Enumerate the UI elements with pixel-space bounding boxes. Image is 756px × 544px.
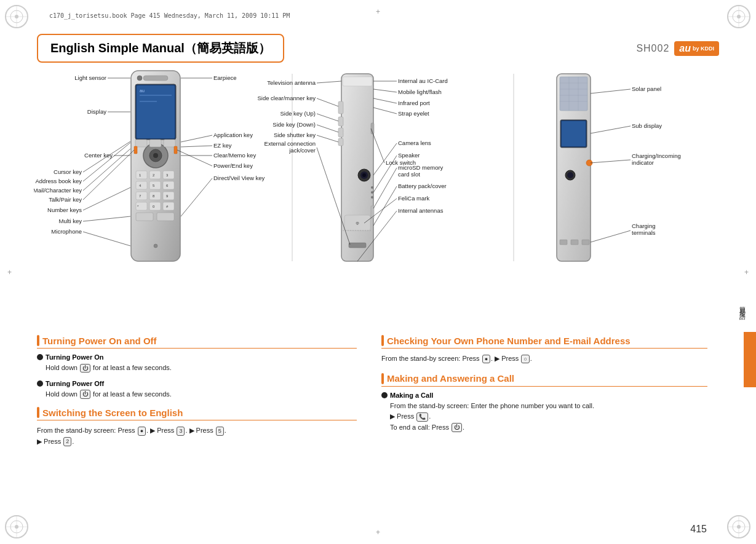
svg-text:Microphone: Microphone	[51, 228, 82, 235]
turning-power-off: Turning Power Off Hold down ⏻ for at lea…	[37, 380, 357, 400]
page-number: 415	[690, 524, 707, 535]
svg-rect-59	[157, 213, 174, 221]
bullet-dot-3	[381, 392, 388, 398]
svg-line-169	[591, 231, 631, 242]
left-crosshair: +	[7, 268, 12, 277]
corner-decoration-tr	[725, 3, 753, 31]
svg-text:Direct/Veil View key: Direct/Veil View key	[213, 175, 265, 181]
svg-text:terminals: terminals	[632, 229, 656, 236]
svg-line-122	[317, 135, 338, 142]
svg-text:Number keys: Number keys	[47, 207, 82, 213]
svg-line-91	[177, 150, 212, 166]
svg-text:Clear/Memo key: Clear/Memo key	[213, 152, 256, 159]
svg-rect-31	[135, 140, 147, 147]
svg-rect-33	[164, 140, 175, 147]
power-key-icon-off: ⏻	[80, 390, 90, 399]
svg-text:EZ key: EZ key	[213, 142, 232, 149]
svg-text:Earpiece: Earpiece	[213, 74, 237, 81]
svg-rect-34	[136, 171, 147, 179]
svg-point-22	[137, 76, 142, 81]
svg-text:Internal au IC-Card: Internal au IC-Card	[398, 77, 448, 84]
svg-line-81	[83, 232, 130, 246]
file-info: c170_j_torisetsu.book Page 415 Wednesday…	[49, 12, 290, 19]
svg-rect-42	[163, 181, 174, 189]
page-title: English Simple Manual（簡易英語版）	[50, 41, 271, 55]
jp-sidebar: 簡易英語	[738, 301, 753, 314]
svg-text:Side clear/manner key: Side clear/manner key	[257, 95, 316, 101]
svg-text:Side key (Up): Side key (Up)	[280, 110, 316, 117]
svg-line-144	[373, 186, 397, 226]
svg-rect-152	[560, 77, 587, 111]
header: English Simple Manual（簡易英語版） SH002 au by…	[37, 34, 719, 63]
svg-text:Internal antennas: Internal antennas	[398, 207, 444, 214]
title-box: English Simple Manual（簡易英語版）	[37, 34, 284, 63]
svg-text:Speaker: Speaker	[398, 152, 420, 159]
svg-text:au: au	[140, 89, 145, 93]
svg-text:Φ: Φ	[356, 221, 359, 226]
svg-rect-100	[338, 138, 343, 146]
corner-decoration-bl	[3, 513, 31, 541]
bottom-crosshair: +	[376, 528, 380, 537]
svg-rect-54	[163, 202, 174, 210]
model-text: SH002	[636, 43, 669, 54]
key-3: 3	[177, 427, 185, 436]
svg-text:Camera lens: Camera lens	[398, 140, 431, 146]
diagram-area: au 1 2 3 4 5 6 7 8 9 * 0 #	[34, 65, 720, 323]
bullet-dot-2	[37, 380, 43, 387]
svg-point-105	[371, 196, 373, 199]
svg-text:Multi key: Multi key	[59, 218, 82, 224]
power-key-icon-on: ⏻	[80, 364, 90, 373]
svg-rect-101	[349, 243, 366, 248]
svg-line-71	[83, 143, 130, 181]
key-menu: ○	[521, 355, 529, 364]
key-circle: ●	[138, 427, 146, 436]
svg-rect-36	[163, 171, 174, 179]
svg-point-104	[371, 191, 373, 194]
turning-power-title: Turning Power On and Off	[37, 335, 357, 349]
au-logo: au by KDDI	[674, 41, 719, 56]
svg-line-93	[181, 178, 212, 216]
svg-line-79	[83, 216, 130, 221]
corner-decoration-br	[725, 513, 753, 541]
turning-power-on: Turning Power On Hold down ⏻ for at leas…	[37, 353, 357, 374]
svg-line-120	[317, 125, 338, 132]
svg-text:Charging: Charging	[632, 223, 656, 229]
svg-text:indicator: indicator	[632, 159, 654, 166]
svg-line-172	[591, 126, 631, 133]
svg-text:Mobile light/flash: Mobile light/flash	[398, 89, 442, 95]
svg-text:Application key: Application key	[213, 132, 253, 138]
svg-rect-48	[163, 192, 174, 200]
svg-rect-58	[136, 213, 153, 221]
svg-line-87	[181, 146, 212, 147]
svg-text:Strap eyelet: Strap eyelet	[398, 110, 429, 117]
checking-phone-title: Checking Your Own Phone Number and E-mai…	[381, 335, 707, 349]
svg-text:Center key: Center key	[84, 152, 113, 159]
svg-rect-61	[134, 146, 137, 154]
svg-text:FeliCa mark: FeliCa mark	[398, 195, 429, 202]
svg-text:Light sensor: Light sensor	[74, 74, 106, 81]
svg-line-131	[373, 89, 397, 92]
svg-line-174	[591, 160, 631, 163]
switching-screen-title: Switching the Screen to English	[37, 407, 357, 420]
svg-text:External connection: External connection	[265, 140, 316, 147]
svg-rect-53	[149, 202, 161, 210]
diagram-svg: au 1 2 3 4 5 6 7 8 9 * 0 #	[34, 65, 720, 323]
svg-rect-98	[338, 117, 343, 126]
svg-line-167	[591, 89, 631, 93]
top-crosshair: +	[376, 7, 380, 16]
svg-rect-21	[143, 76, 168, 81]
turning-power-off-text: Hold down ⏻ for at least a few seconds.	[46, 389, 357, 400]
svg-rect-41	[149, 181, 161, 189]
svg-rect-161	[560, 240, 567, 245]
checking-phone-text: From the stand-by screen: Press ●. ▶ Pre…	[381, 353, 707, 365]
svg-text:Display: Display	[87, 108, 106, 115]
svg-text:Address book key: Address book key	[35, 178, 82, 184]
svg-rect-163	[582, 240, 589, 245]
svg-rect-24	[137, 85, 175, 138]
svg-rect-99	[338, 128, 343, 137]
svg-rect-111	[343, 77, 372, 86]
svg-line-114	[317, 81, 341, 83]
svg-line-116	[317, 98, 338, 106]
svg-rect-47	[149, 192, 161, 200]
svg-text:Battery pack/cover: Battery pack/cover	[398, 183, 447, 189]
